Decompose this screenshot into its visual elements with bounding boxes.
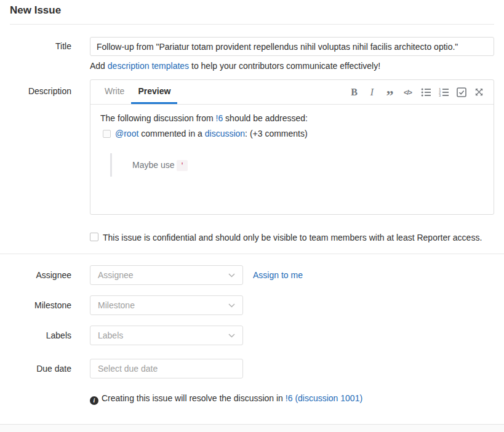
due-date-input[interactable] <box>90 359 243 378</box>
preview-blockquote: Maybe use ' <box>110 153 484 177</box>
assignee-label: Assignee <box>10 265 71 285</box>
page-title: New Issue <box>10 4 494 17</box>
assignee-placeholder: Assignee <box>98 270 134 280</box>
task-list-icon <box>457 87 466 97</box>
intro-prefix: The following discussion from <box>100 113 216 123</box>
labels-label: Labels <box>10 326 71 345</box>
user-link[interactable]: @root <box>115 129 138 138</box>
description-templates-link[interactable]: description templates <box>108 61 189 71</box>
milestone-placeholder: Milestone <box>98 300 135 310</box>
page-header: New Issue <box>10 0 494 17</box>
discussion-link[interactable]: discussion <box>205 129 245 138</box>
preview-intro-line: The following discussion from !6 should … <box>100 113 484 123</box>
quote-button[interactable]: ” <box>384 86 396 98</box>
due-date-row: Due date <box>10 359 494 378</box>
milestone-label: Milestone <box>10 295 71 315</box>
editor-toolbar: B I ” </> 123 <box>348 80 494 104</box>
quote-text: Maybe use <box>132 160 177 170</box>
bold-icon: B <box>351 87 358 98</box>
preview-task-item: @root commented in a discussion: (+3 com… <box>103 129 484 138</box>
assignee-dropdown[interactable]: Assignee <box>90 265 243 285</box>
assignee-row: Assignee Assignee Assign to me <box>10 265 494 285</box>
code-button[interactable]: </> <box>402 86 414 98</box>
task-list-button[interactable] <box>455 86 467 98</box>
description-row: Description Write Preview B I ” </> 123 <box>10 79 494 215</box>
markdown-editor: Write Preview B I ” </> 123 <box>90 79 494 215</box>
title-row: Title Add description templates to help … <box>10 37 494 71</box>
resolve-discussion-link[interactable]: !6 (discussion 1001) <box>286 393 362 403</box>
bold-button[interactable]: B <box>348 86 360 98</box>
editor-tabs: Write Preview <box>98 80 177 104</box>
labels-placeholder: Labels <box>98 330 123 340</box>
chevron-down-icon <box>228 303 235 308</box>
help-suffix: to help your contributors communicate ef… <box>189 61 380 71</box>
bullet-list-button[interactable] <box>420 86 431 98</box>
italic-button[interactable]: I <box>366 86 378 98</box>
assign-to-me-link[interactable]: Assign to me <box>253 265 303 285</box>
confidential-checkbox[interactable] <box>90 233 98 241</box>
milestone-row: Milestone Milestone <box>10 295 494 315</box>
intro-suffix: should be addressed: <box>223 113 308 123</box>
header-divider <box>10 24 494 25</box>
chevron-down-icon <box>228 334 235 338</box>
description-preview: The following discussion from !6 should … <box>90 105 494 214</box>
help-prefix: Add <box>90 61 108 71</box>
title-help: Add description templates to help your c… <box>90 61 494 71</box>
code-icon: </> <box>404 89 412 96</box>
resolve-note-text: Creating this issue will resolve the dis… <box>102 393 286 403</box>
confidential-row: This issue is confidential and should on… <box>90 231 494 244</box>
title-label: Title <box>10 37 71 71</box>
due-date-label: Due date <box>10 359 71 378</box>
merge-request-link[interactable]: !6 <box>216 113 223 123</box>
tab-preview[interactable]: Preview <box>131 80 177 104</box>
inline-code: ' <box>177 160 187 171</box>
fullscreen-button[interactable] <box>473 86 485 98</box>
markdown-editor-header: Write Preview B I ” </> 123 <box>90 80 494 105</box>
numbered-list-icon: 123 <box>439 87 449 97</box>
task-item-checkbox <box>103 130 111 138</box>
italic-icon: I <box>370 87 374 98</box>
task-suffix: : (+3 comments) <box>245 129 308 138</box>
tab-write[interactable]: Write <box>98 80 131 104</box>
footer-actions-bar <box>0 424 504 432</box>
quote-icon: ” <box>386 92 394 98</box>
chevron-down-icon <box>228 273 235 278</box>
resolve-note: iCreating this issue will resolve the di… <box>90 393 494 405</box>
labels-row: Labels Labels <box>10 326 494 345</box>
info-icon: i <box>90 396 98 405</box>
confidential-label: This issue is confidential and should on… <box>103 231 482 244</box>
section-divider <box>0 254 504 254</box>
task-middle: commented in a <box>138 129 204 138</box>
bullet-list-icon <box>421 87 431 97</box>
fullscreen-icon <box>474 87 484 97</box>
title-field-wrap: Add description templates to help your c… <box>90 37 494 71</box>
title-input[interactable] <box>90 37 494 56</box>
description-label: Description <box>10 79 71 215</box>
numbered-list-button[interactable]: 123 <box>438 86 449 98</box>
milestone-dropdown[interactable]: Milestone <box>90 295 243 315</box>
svg-text:3: 3 <box>439 94 441 97</box>
labels-dropdown[interactable]: Labels <box>90 326 243 345</box>
